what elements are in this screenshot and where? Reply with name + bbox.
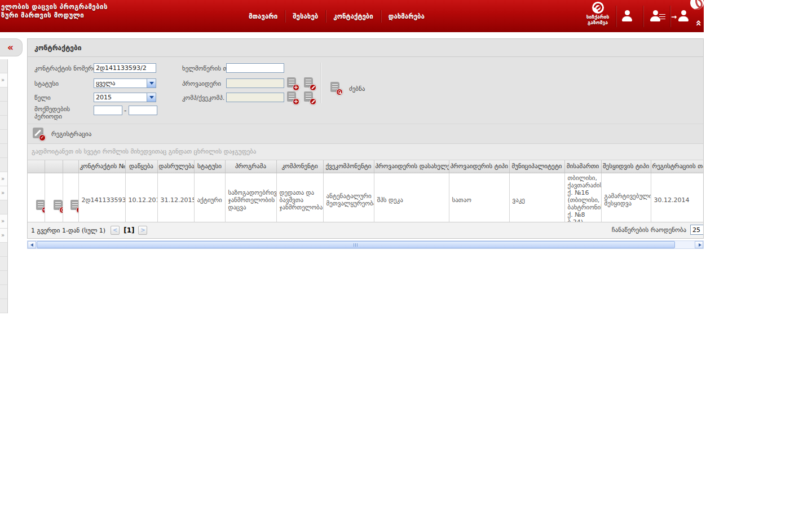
sidebar-collapsed-item[interactable] — [0, 243, 7, 257]
contract-number-input[interactable] — [94, 63, 156, 73]
sidebar-collapsed-item[interactable] — [0, 102, 7, 116]
horizontal-scrollbar[interactable] — [27, 240, 704, 249]
column-header-program[interactable]: პროგრამა — [225, 160, 276, 173]
period-separator: - — [124, 107, 126, 115]
dropdown-arrow-icon[interactable] — [147, 93, 156, 102]
scroll-right-button[interactable] — [695, 241, 703, 248]
cell-procurement-type: გამარტივებული შესყიდვა — [601, 173, 651, 222]
group-by-hint: გადმოიტანეთ ის სვეტი რომლის მიხედვითაც გ… — [28, 143, 703, 160]
edit-badge-icon — [76, 207, 78, 213]
sidebar-collapsed-item[interactable] — [0, 271, 7, 285]
contracts-grid: კონტრაქტის № დაწყება დასრულება სტატუსი პ… — [28, 160, 703, 222]
component-select-button[interactable] — [287, 91, 301, 105]
provider-clear-button[interactable] — [304, 77, 317, 91]
column-header-procurement-type[interactable]: შესყიდვის ტიპი — [601, 160, 651, 173]
signature-date-input[interactable] — [226, 63, 284, 73]
column-header-start[interactable]: დაწყება — [125, 160, 157, 173]
dropdown-arrow-icon[interactable] — [147, 79, 156, 87]
expand-icon: » — [1, 218, 5, 225]
next-page-button[interactable]: > — [138, 226, 147, 235]
column-header-add — [28, 160, 45, 173]
contract-number-label: კონტრაქტის ნომერი — [34, 65, 96, 72]
clear-badge-icon — [310, 98, 316, 105]
sidebar-collapsed-item[interactable]: » — [0, 214, 7, 229]
column-header-registration-date[interactable]: რეგისტრაციის თარიღი — [651, 160, 703, 173]
list-lines-icon — [659, 14, 665, 20]
column-header-provider-type[interactable]: პროვაიდერის ტიპი — [449, 160, 509, 173]
period-label: მოქმედების პერიოდი — [34, 106, 91, 120]
column-header-component[interactable]: კომპონენტი — [276, 160, 323, 173]
column-header-end[interactable]: დასრულება — [157, 160, 194, 173]
sidebar-collapsed-item[interactable] — [0, 116, 7, 130]
search-button[interactable]: ძებნა — [330, 82, 365, 95]
header-separator — [616, 6, 616, 27]
records-count-label: ჩანაწერების რაოდენობა — [612, 226, 686, 234]
column-header-status[interactable]: სტატუსი — [194, 160, 225, 173]
sidebar-collapsed-item[interactable]: » — [0, 73, 7, 87]
column-header-subcomponent[interactable]: ქვეკომპონენტი — [323, 160, 374, 173]
registration-button-label: რეგისტრაცია — [51, 130, 91, 138]
chevron-double-up-icon: » — [692, 20, 704, 27]
globe-icon[interactable] — [690, 0, 704, 10]
sidebar-collapsed-item[interactable] — [0, 59, 7, 73]
sidebar-collapsed-item[interactable] — [0, 87, 7, 102]
search-icon — [336, 89, 343, 95]
pagination-bar: 1 გვერდი 1-დან (სულ 1) < [1] > ჩანაწერებ… — [28, 222, 703, 238]
registration-icon — [33, 128, 46, 141]
sidebar-collapsed-item[interactable] — [0, 200, 7, 214]
sidebar-collapsed-item[interactable] — [0, 285, 7, 299]
prev-page-button[interactable]: < — [111, 226, 120, 235]
expand-icon: » — [1, 176, 5, 182]
column-header-address[interactable]: მისამართი — [564, 160, 601, 173]
period-from-input[interactable] — [94, 106, 122, 115]
sidebar-collapsed-item[interactable]: » — [0, 186, 7, 200]
sidebar-collapsed-item[interactable] — [0, 257, 7, 271]
current-page[interactable]: [1] — [122, 226, 135, 234]
year-select[interactable]: 2015 — [94, 93, 156, 102]
scroll-left-button[interactable] — [28, 241, 36, 248]
user-details-button[interactable] — [646, 10, 665, 22]
row-cell-add — [28, 173, 45, 222]
provider-input — [226, 78, 284, 88]
expand-icon: » — [1, 232, 5, 239]
status-selected-value: ყველა — [96, 80, 115, 87]
logout-button[interactable]: → — [674, 10, 694, 22]
column-header-municipality[interactable]: მუნიციპალიტეტი — [509, 160, 564, 173]
sidebar-collapsed-item[interactable] — [0, 130, 7, 144]
cell-contract-number: 2დ141133593/2 — [78, 173, 125, 222]
nav-item-home[interactable]: მთავარი — [241, 10, 285, 23]
page-title: კონტრაქტები — [28, 39, 703, 57]
collapse-header-button[interactable]: » — [692, 17, 704, 30]
column-header-provider-name[interactable]: პროვაიდერის დასახელება — [374, 160, 449, 173]
chevron-double-left-icon: « — [7, 42, 14, 53]
collapse-sidebar-button[interactable]: « — [0, 38, 23, 56]
speedometer-icon — [592, 2, 604, 14]
column-header-contract-number[interactable]: კონტრაქტის № — [78, 160, 125, 173]
nav-item-help[interactable]: დახმარება — [381, 10, 432, 23]
component-clear-button[interactable] — [304, 91, 317, 105]
sidebar-collapsed-item[interactable] — [0, 144, 7, 158]
pagination-controls: 1 გვერდი 1-დან (სულ 1) < [1] > — [31, 226, 147, 235]
registration-button[interactable]: რეგისტრაცია — [33, 128, 91, 141]
app-title: ელობის დაცვის პროგრამების ზური მართვის მ… — [1, 3, 108, 20]
nav-item-contacts[interactable]: კონტაქტები — [325, 10, 381, 23]
period-to-input[interactable] — [129, 106, 157, 115]
nav-item-about[interactable]: შესახებ — [285, 10, 325, 23]
app-title-line2: ზური მართვის მოდული — [1, 11, 108, 20]
table-row: 2დ141133593/2 10.12.2014 31.12.2015 აქტი… — [28, 173, 703, 222]
add-badge-icon — [42, 207, 45, 213]
sidebar-collapsed-item[interactable] — [0, 158, 7, 172]
provider-select-button[interactable] — [287, 77, 301, 91]
speed-test-button[interactable]: სიჩქარის გაზომვა — [582, 1, 613, 25]
records-count-input[interactable] — [690, 225, 704, 235]
sidebar-collapsed-item[interactable] — [0, 299, 7, 313]
sidebar-collapsed-item[interactable]: » — [0, 229, 7, 243]
check-badge-icon — [39, 134, 46, 141]
sidebar-collapsed-item[interactable]: » — [0, 172, 7, 186]
scrollbar-thumb[interactable] — [37, 241, 675, 248]
cell-status: აქტიური — [194, 173, 225, 222]
status-select[interactable]: ყველა — [94, 78, 156, 88]
user-profile-button[interactable] — [618, 10, 637, 22]
year-label: წელი — [34, 94, 51, 102]
cell-component: დედათა და ბავშვთა ჯანმრთელობა — [276, 173, 323, 222]
